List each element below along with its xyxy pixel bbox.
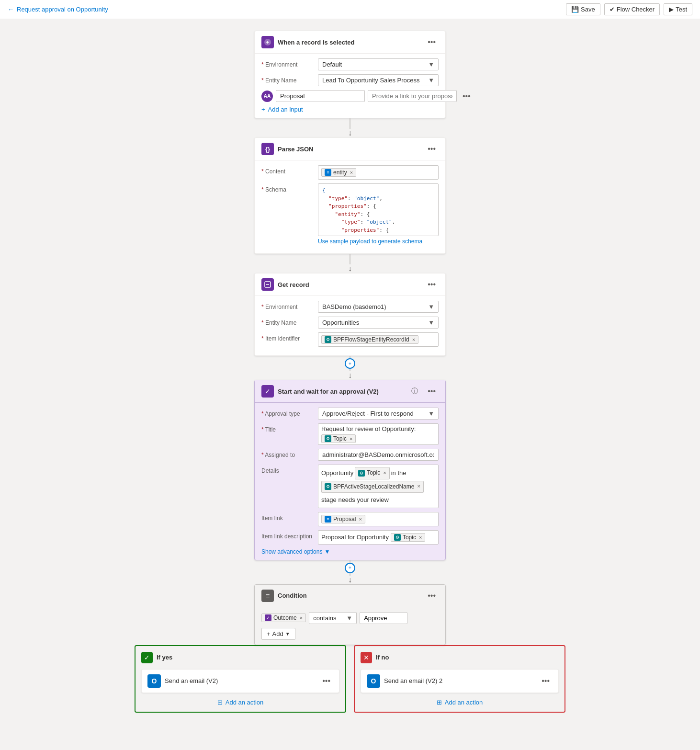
connector-2: ↓ bbox=[348, 254, 352, 273]
step5-more[interactable]: ••• bbox=[425, 591, 439, 601]
connector-1: ↓ bbox=[348, 118, 352, 137]
bpf-chip: ⚙ BPFFlowStageEntityRecordId × bbox=[321, 335, 418, 344]
step3-item-label: * Item identifier bbox=[261, 332, 314, 342]
topbar: ← Request approval on Opportunity 💾 Save… bbox=[0, 0, 700, 19]
details-chip1-icon: ⚙ bbox=[358, 470, 365, 477]
schema-row: * Schema { "type": "object", "properties… bbox=[261, 183, 439, 245]
email-title-no: Send an email (V2) 2 bbox=[384, 677, 535, 684]
bpf-chip-close[interactable]: × bbox=[412, 337, 415, 342]
entity-chip-close[interactable]: × bbox=[350, 170, 353, 175]
step5-title: Condition bbox=[278, 592, 421, 599]
flow-checker-icon: ✔ bbox=[610, 6, 615, 13]
content-tags[interactable]: ≡ entity × bbox=[318, 165, 439, 180]
details-field[interactable]: Opportunity ⚙ Topic × in the ⚙ BPFActive… bbox=[318, 465, 439, 508]
step3-header: Get record ••• bbox=[255, 273, 445, 296]
arrow-3: ↓ bbox=[348, 371, 352, 380]
line-1 bbox=[350, 118, 350, 129]
show-advanced-button[interactable]: Show advanced options ▼ bbox=[261, 548, 439, 555]
add-action-no[interactable]: ⊞ Add an action bbox=[361, 699, 559, 706]
step1-more[interactable]: ••• bbox=[425, 37, 439, 47]
item-link-chip-icon: ≡ bbox=[325, 516, 331, 523]
email-card-no-header: O Send an email (V2) 2 ••• bbox=[361, 670, 558, 693]
title-tags[interactable]: Request for review of Opportunity: ⚙ Top… bbox=[318, 423, 439, 445]
schema-link[interactable]: Use sample payload to generate schema bbox=[318, 238, 422, 245]
step4-more[interactable]: ••• bbox=[425, 386, 439, 397]
item-link-desc-chip: ⚙ Topic × bbox=[391, 533, 425, 542]
email-card-yes-header: O Send an email (V2) ••• bbox=[142, 670, 339, 693]
show-advanced-chevron: ▼ bbox=[324, 548, 330, 555]
email-yes-more[interactable]: ••• bbox=[319, 676, 333, 686]
entity-chip: ≡ entity × bbox=[321, 168, 356, 177]
arrow-1: ↓ bbox=[348, 129, 352, 137]
topbar-actions: 💾 Save ✔ Flow Checker ▶ Test bbox=[566, 3, 692, 15]
schema-label: * Schema bbox=[261, 183, 314, 193]
outcome-chip-close[interactable]: × bbox=[300, 615, 303, 621]
step4-header: ✓ Start and wait for an approval (V2) ⓘ … bbox=[255, 380, 445, 403]
step3-entity-select[interactable]: Opportunities ▼ bbox=[318, 317, 439, 329]
outcome-chip: ✓ Outcome × bbox=[261, 614, 306, 622]
condition-value-input[interactable]: Approve bbox=[360, 612, 407, 624]
schema-box[interactable]: { "type": "object", "properties": { "ent… bbox=[318, 183, 439, 236]
item-link-desc-tags[interactable]: Proposal for Opportunity ⚙ Topic × bbox=[318, 530, 439, 545]
flow-title: Request approval on Opportunity bbox=[17, 6, 108, 13]
step4-body: * Approval type Approve/Reject - First t… bbox=[255, 403, 445, 560]
flow-checker-button[interactable]: ✔ Flow Checker bbox=[604, 3, 660, 15]
add-condition-button[interactable]: + Add ▼ bbox=[261, 628, 295, 640]
title-topic-chip: ⚙ Topic × bbox=[321, 434, 356, 443]
details-chip2: ⚙ BPFActiveStageLocalizedName × bbox=[321, 481, 424, 493]
branches: ✓ If yes O Send an email (V2) ••• ⊞ Add … bbox=[135, 645, 565, 713]
save-icon: 💾 bbox=[571, 6, 579, 13]
email-card-yes: O Send an email (V2) ••• bbox=[141, 669, 339, 693]
item-link-chip: ≡ Proposal × bbox=[321, 515, 365, 523]
step5-header: ≡ Condition ••• bbox=[255, 585, 445, 607]
step3-env-select[interactable]: BASDemo (basdemo1) ▼ bbox=[318, 301, 439, 313]
approval-type-select[interactable]: Approve/Reject - First to respond ▼ bbox=[318, 408, 439, 420]
item-link-desc-chip-close[interactable]: × bbox=[419, 534, 422, 540]
item-link-label: Item link bbox=[261, 512, 314, 522]
step3-item-tags[interactable]: ⚙ BPFFlowStageEntityRecordId × bbox=[318, 332, 439, 347]
step2-more[interactable]: ••• bbox=[425, 144, 439, 154]
proposal-more[interactable]: ••• bbox=[460, 91, 474, 102]
details-chip2-close[interactable]: × bbox=[417, 482, 420, 491]
proposal-value-input[interactable] bbox=[368, 90, 457, 102]
step4-card: ✓ Start and wait for an approval (V2) ⓘ … bbox=[254, 380, 446, 560]
connector-4: + ↓ bbox=[345, 560, 355, 584]
branch-no-label: If no bbox=[376, 654, 389, 661]
add-action-yes[interactable]: ⊞ Add an action bbox=[141, 699, 339, 706]
step2-header: {} Parse JSON ••• bbox=[255, 138, 445, 160]
step4-icon: ✓ bbox=[261, 385, 274, 398]
email-no-more[interactable]: ••• bbox=[539, 676, 553, 686]
content-label: * Content bbox=[261, 165, 314, 175]
env-select[interactable]: Default ▼ bbox=[318, 58, 439, 70]
assigned-row: * Assigned to administrator@BASDemo.onmi… bbox=[261, 449, 439, 461]
env-chevron: ▼ bbox=[428, 61, 434, 68]
entity-select[interactable]: Lead To Opportunity Sales Process ▼ bbox=[318, 74, 439, 86]
step1-icon bbox=[261, 36, 274, 48]
env-label: * Environment bbox=[261, 58, 314, 68]
branch-yes-header: ✓ If yes bbox=[141, 652, 339, 663]
assigned-label: * Assigned to bbox=[261, 449, 314, 458]
branch-circle[interactable]: + bbox=[345, 358, 355, 369]
step3-more[interactable]: ••• bbox=[425, 279, 439, 290]
avatar: AA bbox=[261, 91, 273, 102]
step5-card: ≡ Condition ••• ✓ Outcome × contains ▼ A… bbox=[254, 584, 446, 645]
contains-select[interactable]: contains ▼ bbox=[309, 612, 357, 624]
branch-circle-2[interactable]: + bbox=[345, 563, 355, 573]
title-topic-close[interactable]: × bbox=[350, 436, 352, 442]
branch-yes-label: If yes bbox=[157, 654, 172, 661]
step4-info[interactable]: ⓘ bbox=[408, 386, 421, 397]
back-button[interactable]: ← Request approval on Opportunity bbox=[8, 6, 108, 13]
add-input-button[interactable]: + Add an input bbox=[261, 106, 439, 113]
connector-3: + ↓ bbox=[345, 356, 355, 380]
save-button[interactable]: 💾 Save bbox=[566, 3, 600, 15]
assigned-input[interactable]: administrator@BASDemo.onmicrosoft.com; bbox=[318, 449, 439, 461]
item-link-tags[interactable]: ≡ Proposal × bbox=[318, 512, 439, 526]
item-link-chip-close[interactable]: × bbox=[359, 516, 361, 522]
contains-chevron: ▼ bbox=[346, 614, 352, 622]
test-button[interactable]: ▶ Test bbox=[664, 3, 692, 15]
proposal-label-input[interactable] bbox=[276, 90, 365, 102]
add-action-no-icon: ⊞ bbox=[437, 699, 442, 706]
step1-body: * Environment Default ▼ * Entity Name Le… bbox=[255, 54, 445, 118]
details-chip1-close[interactable]: × bbox=[383, 468, 386, 478]
title-row: * Title Request for review of Opportunit… bbox=[261, 423, 439, 445]
